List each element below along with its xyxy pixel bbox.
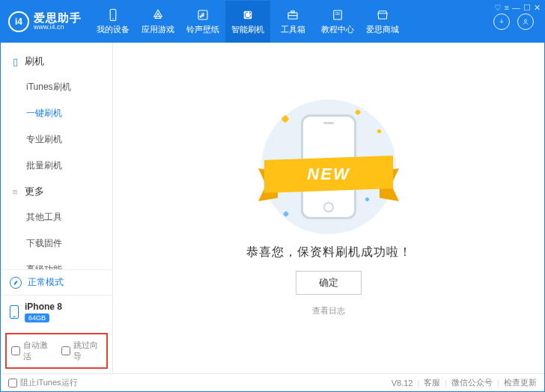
music-icon (195, 8, 210, 22)
phone-small-icon: ▯ (10, 56, 20, 67)
ribbon-text: NEW (264, 158, 393, 191)
device-capacity-badge: 64GB (25, 313, 49, 322)
maximize-icon[interactable]: ☐ (523, 3, 531, 13)
svg-point-1 (112, 19, 114, 20)
sidebar-bottom: 正常模式 iPhone 8 64GB 自动激活 (1, 269, 112, 373)
new-ribbon: NEW (264, 158, 393, 191)
mode-label: 正常模式 (28, 276, 64, 289)
auto-activate-checkbox[interactable]: 自动激活 (11, 340, 52, 362)
book-icon (330, 8, 345, 22)
sidebar-item-download-firmware[interactable]: 下载固件 (1, 230, 112, 257)
nav-store[interactable]: 爱思商城 (360, 1, 405, 43)
user-button[interactable] (517, 13, 534, 30)
body: ▯ 刷机 iTunes刷机 一键刷机 专业刷机 批量刷机 ≡ 更多 其他工具 下… (1, 43, 544, 373)
more-icon: ≡ (10, 186, 20, 197)
nav-toolbox[interactable]: 工具箱 (270, 1, 315, 43)
apps-icon (150, 8, 165, 22)
window-controls: ♡ ≡ — ☐ ✕ (490, 0, 545, 16)
device-row[interactable]: iPhone 8 64GB (1, 295, 112, 328)
sidebar: ▯ 刷机 iTunes刷机 一键刷机 专业刷机 批量刷机 ≡ 更多 其他工具 下… (1, 43, 113, 373)
prevent-itunes-input[interactable] (8, 379, 17, 388)
logo: i4 爱思助手 www.i4.cn (1, 1, 91, 43)
status-bar: 阻止iTunes运行 V8.12 | 客服 | 微信公众号 | 检查更新 (1, 373, 544, 391)
ok-button[interactable]: 确定 (296, 271, 362, 295)
logo-icon: i4 (8, 11, 29, 32)
app-url: www.i4.cn (34, 24, 82, 31)
device-mode[interactable]: 正常模式 (1, 270, 112, 295)
app-name: 爱思助手 (34, 12, 82, 25)
toolbox-icon (285, 8, 300, 22)
fav-icon[interactable]: ♡ (494, 3, 502, 13)
sidebar-item-oneclick-flash[interactable]: 一键刷机 (1, 100, 112, 126)
wechat-link[interactable]: 微信公众号 (451, 377, 493, 388)
auto-activate-input[interactable] (11, 346, 20, 355)
nav-label: 教程中心 (321, 24, 354, 35)
nav-label: 铃声壁纸 (186, 24, 219, 35)
section-more: ≡ 更多 (1, 179, 112, 204)
sidebar-item-itunes-flash[interactable]: iTunes刷机 (1, 74, 112, 100)
section-flash: ▯ 刷机 (1, 49, 112, 74)
section-title-label: 更多 (25, 185, 44, 198)
support-link[interactable]: 客服 (424, 377, 440, 388)
prevent-itunes-checkbox[interactable]: 阻止iTunes运行 (8, 377, 78, 388)
svg-rect-5 (291, 11, 295, 13)
prevent-itunes-label: 阻止iTunes运行 (20, 377, 78, 388)
flash-icon (240, 8, 255, 22)
app-window: ♡ ≡ — ☐ ✕ i4 爱思助手 www.i4.cn 我的设备 应用游戏 (0, 0, 545, 392)
store-icon (375, 8, 390, 22)
device-phone-icon (10, 305, 19, 319)
nav-flash[interactable]: 智能刷机 (225, 1, 270, 43)
skip-setup-input[interactable] (61, 346, 70, 355)
menu-icon[interactable]: ≡ (505, 3, 509, 13)
sidebar-item-advanced[interactable]: 高级功能 (1, 257, 112, 269)
nav-label: 应用游戏 (141, 24, 174, 35)
nav-my-device[interactable]: 我的设备 (91, 1, 136, 43)
version-label: V8.12 (392, 379, 413, 388)
mode-icon (10, 277, 22, 289)
nav-label: 我的设备 (97, 24, 130, 35)
main-nav: 我的设备 应用游戏 铃声壁纸 智能刷机 工具箱 教程中心 (91, 1, 483, 43)
success-message: 恭喜您，保资料刷机成功啦！ (246, 245, 412, 260)
download-button[interactable] (493, 13, 510, 30)
section-title-label: 刷机 (25, 55, 44, 68)
nav-tutorial[interactable]: 教程中心 (315, 1, 360, 43)
check-update-link[interactable]: 检查更新 (504, 377, 537, 388)
minimize-icon[interactable]: — (512, 3, 520, 13)
sidebar-item-other-tools[interactable]: 其他工具 (1, 204, 112, 230)
sidebar-item-pro-flash[interactable]: 专业刷机 (1, 126, 112, 153)
skip-setup-label: 跳过向导 (73, 340, 103, 362)
nav-label: 爱思商城 (366, 24, 399, 35)
phone-icon (106, 8, 121, 22)
auto-activate-label: 自动激活 (23, 340, 52, 362)
sidebar-item-batch-flash[interactable]: 批量刷机 (1, 153, 112, 179)
svg-rect-7 (334, 10, 342, 19)
nav-ringtone[interactable]: 铃声壁纸 (180, 1, 225, 43)
close-icon[interactable]: ✕ (534, 3, 541, 13)
view-log-link[interactable]: 查看日志 (312, 305, 345, 316)
nav-label: 智能刷机 (231, 24, 264, 35)
main-content: NEW 恭喜您，保资料刷机成功啦！ 确定 查看日志 (113, 43, 544, 373)
nav-apps[interactable]: 应用游戏 (136, 1, 180, 43)
skip-setup-checkbox[interactable]: 跳过向导 (61, 340, 103, 362)
header: ♡ ≡ — ☐ ✕ i4 爱思助手 www.i4.cn 我的设备 应用游戏 (1, 1, 544, 43)
svg-point-10 (525, 19, 527, 22)
device-name: iPhone 8 (25, 301, 62, 312)
nav-label: 工具箱 (281, 24, 305, 35)
flash-options: 自动激活 跳过向导 (5, 333, 108, 369)
success-illustration: NEW (261, 99, 396, 234)
